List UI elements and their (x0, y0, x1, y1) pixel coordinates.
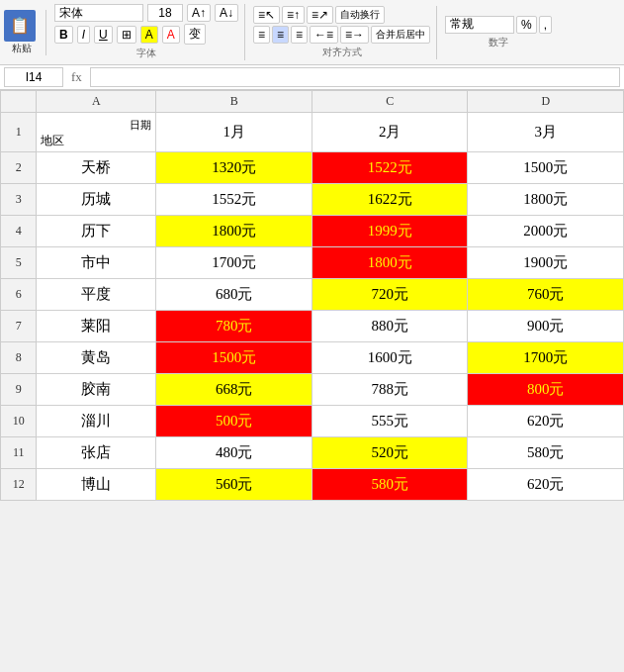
table-row: 9胶南668元788元800元 (1, 374, 624, 406)
d-value-cell[interactable]: 580元 (468, 437, 624, 469)
c-value-cell[interactable]: 1800元 (312, 247, 468, 279)
row-num-1: 1 (1, 113, 37, 152)
b-value-cell[interactable]: 680元 (156, 279, 312, 311)
region-cell[interactable]: 平度 (37, 279, 156, 311)
month2-header-cell[interactable]: 2月 (312, 113, 468, 152)
header-region-date-cell[interactable]: 日期 地区 (37, 113, 156, 152)
border-btn[interactable]: ⊞ (117, 26, 136, 44)
row-num-11: 11 (1, 437, 37, 469)
d-value-cell[interactable]: 800元 (468, 374, 624, 406)
c-value-cell[interactable]: 880元 (312, 311, 468, 342)
col-header-c[interactable]: C (312, 91, 468, 113)
align-left-btn[interactable]: ≡ (253, 26, 270, 44)
d-value-cell[interactable]: 620元 (468, 406, 624, 437)
align-right-btn[interactable]: ≡ (291, 26, 308, 44)
row-num-7: 7 (1, 311, 37, 342)
b-value-cell[interactable]: 500元 (156, 406, 312, 437)
format-btn[interactable]: 变 (184, 24, 206, 45)
b-value-cell[interactable]: 1500元 (156, 342, 312, 374)
col-header-empty (1, 91, 37, 113)
region-cell[interactable]: 历城 (37, 184, 156, 216)
font-name-input[interactable] (54, 4, 143, 22)
region-cell[interactable]: 淄川 (37, 406, 156, 437)
number-section-label: 数字 (445, 36, 552, 49)
d-value-cell[interactable]: 1700元 (468, 342, 624, 374)
c-value-cell[interactable]: 720元 (312, 279, 468, 311)
paste-icon[interactable]: 📋 (4, 10, 36, 42)
percent-btn[interactable]: % (516, 16, 537, 34)
italic-btn[interactable]: I (77, 26, 90, 44)
region-cell[interactable]: 黄岛 (37, 342, 156, 374)
region-cell[interactable]: 胶南 (37, 374, 156, 406)
d-value-cell[interactable]: 620元 (468, 469, 624, 501)
month3-header-cell[interactable]: 3月 (468, 113, 624, 152)
font-section-label: 字体 (54, 47, 238, 60)
table-row: 8黄岛1500元1600元1700元 (1, 342, 624, 374)
d-value-cell[interactable]: 900元 (468, 311, 624, 342)
formula-content-input[interactable] (90, 67, 620, 87)
b-value-cell[interactable]: 1320元 (156, 152, 312, 184)
col-header-a[interactable]: A (37, 91, 156, 113)
c-value-cell[interactable]: 788元 (312, 374, 468, 406)
region-cell[interactable]: 天桥 (37, 152, 156, 184)
row-num-8: 8 (1, 342, 37, 374)
date-header-label: 日期 (41, 118, 151, 133)
region-cell[interactable]: 张店 (37, 437, 156, 469)
region-cell[interactable]: 市中 (37, 247, 156, 279)
region-cell[interactable]: 莱阳 (37, 311, 156, 342)
b-value-cell[interactable]: 1800元 (156, 216, 312, 247)
table-row: 3历城1552元1622元1800元 (1, 184, 624, 216)
region-cell[interactable]: 历下 (37, 216, 156, 247)
merge-center-btn[interactable]: 合并后居中 (371, 26, 430, 44)
align-top-left-btn[interactable]: ≡↖ (253, 6, 280, 24)
comma-btn[interactable]: , (539, 16, 552, 34)
c-value-cell[interactable]: 580元 (312, 469, 468, 501)
font-section: A↑ A↓ B I U ⊞ A A 变 字体 (54, 4, 245, 60)
paste-label[interactable]: 粘贴 (12, 42, 32, 55)
region-cell[interactable]: 博山 (37, 469, 156, 501)
d-value-cell[interactable]: 760元 (468, 279, 624, 311)
data-table: A B C D 1 日期 地区 1月 2月 3月 2天桥1320元1522元15… (0, 90, 624, 501)
c-value-cell[interactable]: 1522元 (312, 152, 468, 184)
align-center-btn[interactable]: ≡ (272, 26, 289, 44)
b-value-cell[interactable]: 1552元 (156, 184, 312, 216)
cell-reference-input[interactable] (4, 67, 63, 87)
b-value-cell[interactable]: 480元 (156, 437, 312, 469)
c-value-cell[interactable]: 555元 (312, 406, 468, 437)
table-row: 4历下1800元1999元2000元 (1, 216, 624, 247)
indent-dec-btn[interactable]: ←≡ (310, 26, 338, 44)
b-value-cell[interactable]: 780元 (156, 311, 312, 342)
indent-inc-btn[interactable]: ≡→ (340, 26, 369, 44)
c-value-cell[interactable]: 520元 (312, 437, 468, 469)
bold-btn[interactable]: B (54, 26, 73, 44)
d-value-cell[interactable]: 1900元 (468, 247, 624, 279)
col-header-b[interactable]: B (156, 91, 312, 113)
b-value-cell[interactable]: 560元 (156, 469, 312, 501)
number-format-input[interactable] (445, 16, 514, 34)
align-top-btn[interactable]: ≡↑ (282, 6, 305, 24)
underline-btn[interactable]: U (94, 26, 113, 44)
font-increase-btn[interactable]: A↑ (187, 4, 211, 22)
row-num-12: 12 (1, 469, 37, 501)
b-value-cell[interactable]: 1700元 (156, 247, 312, 279)
c-value-cell[interactable]: 1600元 (312, 342, 468, 374)
d-value-cell[interactable]: 1800元 (468, 184, 624, 216)
fill-color-btn[interactable]: A (140, 26, 158, 44)
row-num-5: 5 (1, 247, 37, 279)
d-value-cell[interactable]: 2000元 (468, 216, 624, 247)
b-value-cell[interactable]: 668元 (156, 374, 312, 406)
align-section: ≡↖ ≡↑ ≡↗ 自动换行 ≡ ≡ ≡ ←≡ ≡→ 合并后居中 对齐方式 (253, 6, 437, 59)
c-value-cell[interactable]: 1622元 (312, 184, 468, 216)
font-decrease-btn[interactable]: A↓ (215, 4, 238, 22)
row-num-3: 3 (1, 184, 37, 216)
wrap-btn[interactable]: 自动换行 (335, 6, 385, 24)
align-top-right-btn[interactable]: ≡↗ (307, 6, 333, 24)
month1-header-cell[interactable]: 1月 (156, 113, 312, 152)
d-value-cell[interactable]: 1500元 (468, 152, 624, 184)
font-size-input[interactable] (147, 4, 183, 22)
c-value-cell[interactable]: 1999元 (312, 216, 468, 247)
row-num-4: 4 (1, 216, 37, 247)
font-color-btn[interactable]: A (162, 26, 180, 44)
formula-bar: fx (0, 65, 624, 90)
col-header-d[interactable]: D (468, 91, 624, 113)
